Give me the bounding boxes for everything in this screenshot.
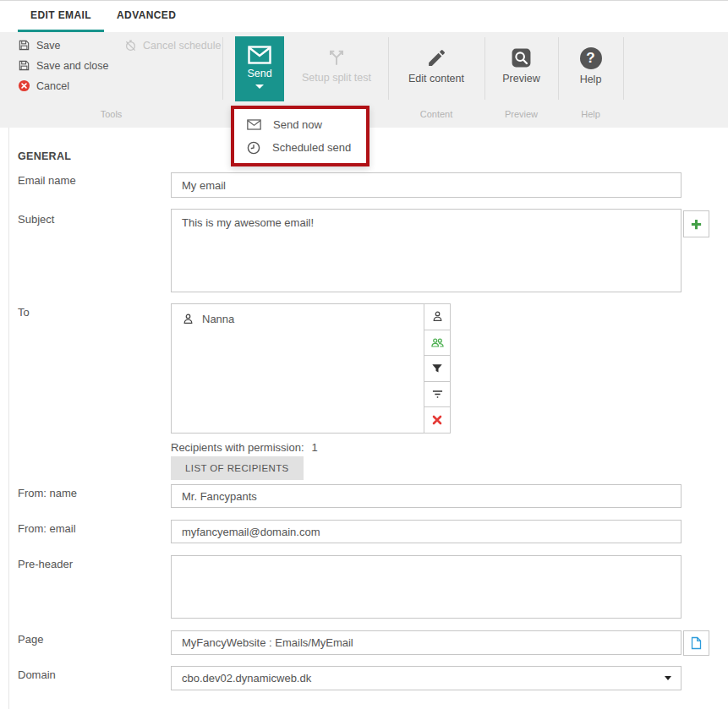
cancel-label: Cancel [36,80,69,92]
help-button[interactable]: ? Help [558,36,623,101]
red-x-circle-icon [18,79,30,92]
add-group-recipient-button[interactable] [424,330,451,357]
setup-split-test-label: Setup split test [302,72,371,84]
cancel-schedule-label: Cancel schedule [143,40,221,52]
remove-x-icon [432,415,442,425]
recipient-list-item[interactable]: Nanna [172,304,424,325]
email-name-label: Email name [18,174,76,187]
caret-down-icon [255,85,264,89]
help-group-label: Help [558,109,623,119]
list-of-recipients-button[interactable]: LIST OF RECIPIENTS [171,456,304,480]
pre-header-field[interactable] [171,555,681,619]
add-subject-variant-button[interactable] [683,210,709,237]
tab-bar: EDIT EMAIL ADVANCED [0,1,728,32]
menu-item-send-now[interactable]: Send now [234,113,366,136]
funnel-icon [431,363,443,374]
recipient-actions [424,303,451,434]
subject-label: Subject [18,213,54,226]
filter-recipients-button[interactable] [424,355,451,382]
pencil-icon [426,47,447,68]
tab-advanced[interactable]: ADVANCED [104,1,189,32]
scheduled-send-label: Scheduled send [272,141,351,154]
preview-button[interactable]: Preview [484,36,558,101]
add-user-recipient-button[interactable] [424,303,451,330]
preview-group-label: Preview [484,109,558,119]
tab-advanced-label: ADVANCED [117,9,176,21]
remove-recipient-button[interactable] [424,406,451,434]
page-label: Page [18,633,43,646]
pre-header-label: Pre-header [18,558,73,570]
send-now-label: Send now [273,118,322,131]
filter-lines-icon [431,389,444,400]
toolbar-divider [222,37,223,100]
question-mark-icon: ? [580,47,602,69]
floppy-disk-icon [18,39,30,52]
person-icon [182,313,194,325]
group-icon [430,336,445,349]
from-name-label: From: name [18,487,77,499]
email-editor-window: EDIT EMAIL ADVANCED Save Save and close … [0,0,728,709]
page-field[interactable] [171,630,681,655]
send-label: Send [247,68,271,79]
preview-label: Preview [502,73,539,85]
plus-icon [690,218,703,231]
send-button[interactable]: Send [235,36,284,101]
recipients-permission-count: 1 [312,441,318,454]
edit-content-label: Edit content [408,73,464,85]
content-group-label: Content [388,109,484,119]
setup-split-test-button[interactable]: Setup split test [284,36,389,101]
recipient-name: Nanna [202,313,234,325]
recipients-permission-label: Recipients with permission: [171,441,304,454]
email-name-field[interactable] [171,172,681,198]
tab-edit-email[interactable]: EDIT EMAIL [18,1,104,32]
subject-field[interactable]: This is my awesome email! [171,209,681,292]
from-email-label: From: email [18,522,76,535]
general-settings-panel: GENERAL Email name Subject This is my aw… [0,128,728,709]
send-dropdown-menu: Send now Scheduled send [231,106,369,166]
from-name-field[interactable] [171,484,681,508]
from-email-field[interactable] [171,520,681,543]
domain-select[interactable]: cbo.dev02.dynamicweb.dk [171,666,681,690]
save-button[interactable]: Save [18,39,61,52]
clock-icon [247,141,260,155]
page-picker-button[interactable] [683,630,709,656]
to-label: To [18,306,30,319]
caret-down-icon [665,676,671,680]
domain-label: Domain [18,668,56,681]
domain-selected-value: cbo.dev02.dynamicweb.dk [182,672,311,684]
section-title-general: GENERAL [18,150,71,162]
document-icon [690,636,703,650]
branch-arrows-icon [326,46,348,68]
save-and-close-button[interactable]: Save and close [18,59,108,72]
recipient-list[interactable]: Nanna [171,303,424,434]
save-label: Save [36,40,61,52]
tools-group-label: Tools [0,109,222,119]
menu-item-scheduled-send[interactable]: Scheduled send [234,136,366,159]
advanced-filter-button[interactable] [424,381,451,408]
recipients-permission-line: Recipients with permission:1 [171,441,318,454]
edit-content-button[interactable]: Edit content [388,36,484,101]
envelope-icon [247,119,261,130]
cancel-schedule-button[interactable]: Cancel schedule [124,39,221,52]
save-and-close-label: Save and close [36,60,108,72]
toolbar-divider [623,37,624,100]
magnifier-icon [511,47,532,68]
timer-off-icon [124,39,137,52]
person-icon [431,310,444,323]
cancel-button[interactable]: Cancel [18,79,69,92]
panel-left-edge [8,128,9,709]
help-label: Help [580,74,602,85]
tab-edit-email-label: EDIT EMAIL [30,9,91,21]
envelope-icon [248,46,271,64]
floppy-disk-icon [18,59,30,72]
